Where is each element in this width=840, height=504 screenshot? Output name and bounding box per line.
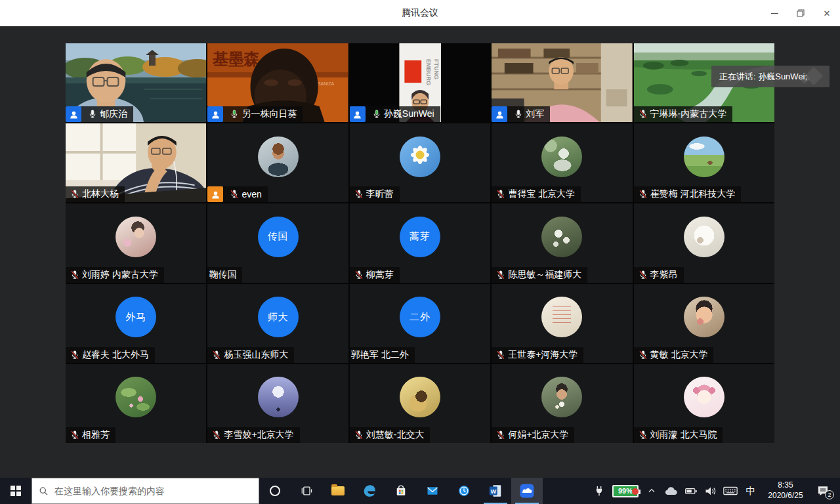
edge-icon <box>362 484 377 498</box>
file-explorer-button[interactable] <box>322 478 354 504</box>
mic-on-icon <box>513 109 524 119</box>
participant-tile[interactable]: 刘雨婷 内蒙古大学 <box>66 203 206 282</box>
name-label: 柳蒿芽 <box>350 267 400 283</box>
svg-text:W: W <box>490 488 496 495</box>
mic-muted-icon <box>229 189 240 200</box>
svg-text:FTUNG: FTUNG <box>433 59 440 79</box>
taskbar-clock[interactable]: 8:35 2020/6/25 <box>763 480 808 501</box>
participant-tile[interactable]: 北林大杨 <box>66 123 206 202</box>
participant-tile[interactable]: 二外郭艳军 北二外 <box>350 284 490 363</box>
name-label: 崔赞梅 河北科技大学 <box>634 186 742 202</box>
mic-muted-icon <box>70 430 80 440</box>
participant-name: 郭艳军 北二外 <box>351 347 409 363</box>
cortana-button[interactable] <box>259 478 291 504</box>
system-tray: 99% <box>591 478 840 504</box>
minimize-button[interactable] <box>761 0 788 26</box>
participant-tile[interactable]: 外马赵睿夫 北大外马 <box>66 284 206 363</box>
participant-tile[interactable]: 刘雨濛 北大马院 <box>634 364 774 443</box>
word-icon: W <box>488 484 503 498</box>
volume-icon[interactable] <box>702 478 719 504</box>
avatar-moon-silhouette <box>258 377 299 417</box>
participant-tile[interactable]: 崔赞梅 河北科技大学 <box>634 123 774 202</box>
name-label: 北林大杨 <box>66 186 125 202</box>
avatar-boy-portrait <box>258 136 299 177</box>
avatar-daisy-flower-icon <box>400 136 440 177</box>
participant-name: 刘慧敏-北交大 <box>366 427 425 443</box>
participant-tile[interactable]: 刘慧敏-北交大 <box>350 364 490 443</box>
tencent-meeting-button[interactable] <box>511 478 543 504</box>
participant-name: even <box>242 187 261 201</box>
avatar-woman-flower <box>116 217 156 257</box>
participant-tile[interactable]: 传国鞠传国 <box>207 203 348 282</box>
member-badge-icon <box>66 106 81 122</box>
mail-icon <box>426 484 439 497</box>
word-button[interactable]: W <box>480 478 511 504</box>
avatar-text: 二外 <box>400 297 440 337</box>
avatar-text: 外马 <box>116 297 156 337</box>
participant-tile[interactable]: even <box>207 123 348 202</box>
mic-muted-icon <box>70 270 80 280</box>
mic-muted-icon <box>211 430 222 440</box>
windows-logo-icon <box>10 486 21 496</box>
participant-tile[interactable]: 何娟+北京大学 <box>492 364 632 443</box>
participant-tile[interactable]: 刘军 <box>492 43 632 122</box>
avatar-text: 蒿芽 <box>400 217 440 257</box>
name-label: 刘慧敏-北交大 <box>350 427 430 443</box>
member-badge-icon <box>207 106 223 122</box>
task-view-button[interactable] <box>291 478 322 504</box>
mail-button[interactable] <box>417 478 448 504</box>
notification-dot <box>632 488 639 495</box>
clock-app-button[interactable] <box>448 478 480 504</box>
mic-on-icon <box>229 109 240 119</box>
participant-name: 曹得宝 北京大学 <box>508 186 575 202</box>
participant-tile[interactable]: 李昕蕾 <box>350 123 490 202</box>
power-plug-icon[interactable] <box>591 478 608 504</box>
store-button[interactable] <box>385 478 417 504</box>
participant-tile[interactable]: 王世泰+河海大学 <box>492 284 632 363</box>
participant-tile[interactable]: 陈思敏～福建师大 <box>492 203 632 282</box>
battery-indicator[interactable]: 99% <box>610 478 640 504</box>
participant-tile[interactable]: 师大杨玉强山东师大 <box>207 284 348 363</box>
participant-tile[interactable]: 蒿芽柳蒿芽 <box>350 203 490 282</box>
participant-name: 王世泰+河海大学 <box>508 347 578 363</box>
participant-name: 宁琳琳-内蒙古大学 <box>650 106 727 122</box>
avatar-text: 传国 <box>258 217 299 257</box>
participant-name: 另一株向日葵 <box>242 106 297 122</box>
avatar-cartoon-girl-pink <box>684 377 724 417</box>
restore-icon <box>797 9 805 17</box>
tray-chevron-icon[interactable] <box>643 478 660 504</box>
participant-name: 黄敏 北京大学 <box>650 347 708 363</box>
participant-tile[interactable]: 李雪姣+北京大学 <box>207 364 348 443</box>
battery-charging-icon[interactable] <box>682 478 700 504</box>
ime-indicator[interactable]: 中 <box>742 485 760 497</box>
task-view-icon <box>300 484 313 497</box>
speaking-banner: 正在讲话: 孙巍SunWei; <box>711 66 830 87</box>
taskbar-search[interactable] <box>32 478 259 504</box>
participant-tile[interactable]: EMBURGFTUNG孙巍SunWei <box>350 43 490 122</box>
participant-tile[interactable]: 郇庆治 <box>66 43 206 122</box>
close-button[interactable]: ✕ <box>814 0 840 26</box>
participant-name: 相雅芳 <box>82 427 110 443</box>
name-label: 李雪姣+北京大学 <box>207 427 299 443</box>
touch-keyboard-icon[interactable] <box>722 478 739 504</box>
cortana-icon <box>270 486 280 496</box>
participant-tile[interactable]: 基墨森MUFITS ORGANIZA另一株向日葵 <box>207 43 348 122</box>
search-input[interactable] <box>54 486 252 496</box>
mic-muted-icon <box>354 430 364 440</box>
member-badge-icon <box>350 106 366 122</box>
participant-tile[interactable]: 曹得宝 北京大学 <box>492 123 632 202</box>
edge-button[interactable] <box>354 478 385 504</box>
action-center-button[interactable]: 2 <box>811 478 835 504</box>
start-button[interactable] <box>0 478 32 504</box>
onedrive-cloud-icon[interactable] <box>663 478 680 504</box>
battery-percent: 99% <box>618 487 633 495</box>
avatar-person-holding-flowers <box>541 377 582 417</box>
member-badge-icon <box>492 106 507 122</box>
participant-tile[interactable]: 黄敏 北京大学 <box>634 284 774 363</box>
clock-icon <box>457 484 471 497</box>
participant-name: 赵睿夫 北大外马 <box>82 347 149 363</box>
participant-tile[interactable]: 相雅芳 <box>66 364 206 443</box>
participant-tile[interactable]: 李紫昂 <box>634 203 774 282</box>
restore-button[interactable] <box>788 0 814 26</box>
name-label: even <box>207 186 267 202</box>
